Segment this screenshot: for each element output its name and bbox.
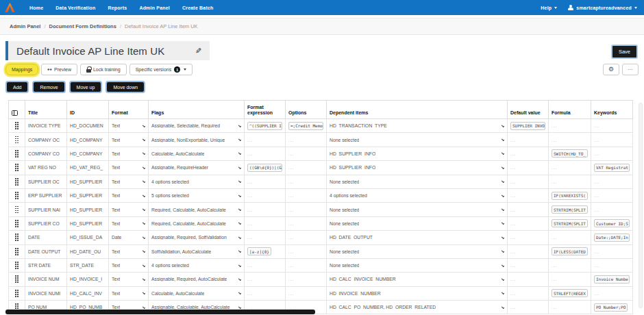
keywords-cell[interactable]: ... bbox=[591, 147, 633, 160]
formula-cell[interactable]: ... bbox=[549, 133, 591, 147]
keywords-cell[interactable]: ... bbox=[591, 203, 633, 216]
mappings-button[interactable]: Mappings bbox=[5, 64, 38, 75]
format-select[interactable]: Text bbox=[109, 286, 149, 300]
flags-select[interactable]: Assignable, Selectable, Required bbox=[149, 119, 245, 133]
brand-logo-icon[interactable] bbox=[5, 3, 15, 12]
format-expression-cell[interactable]: [a-z]{0} bbox=[245, 244, 286, 258]
default-value-cell[interactable]: ... bbox=[508, 258, 549, 272]
formula-cell[interactable]: IF(VAREXISTS( bbox=[549, 188, 591, 202]
vertical-scrollbar[interactable] bbox=[639, 103, 643, 308]
format-select[interactable]: Text bbox=[109, 119, 149, 133]
title-cell[interactable]: SUPPLIER CO bbox=[25, 216, 67, 230]
default-value-cell[interactable]: ... bbox=[508, 273, 549, 286]
help-menu[interactable]: Help bbox=[541, 5, 557, 10]
format-expression-cell[interactable]: ... bbox=[245, 203, 286, 216]
options-cell[interactable]: ... bbox=[286, 147, 327, 160]
default-value-cell[interactable]: ... bbox=[508, 188, 549, 202]
format-expression-cell[interactable]: ... bbox=[245, 258, 286, 272]
title-cell[interactable]: VAT REG NO bbox=[25, 161, 67, 175]
formula-cell[interactable]: ... bbox=[549, 273, 591, 286]
nav-item-home[interactable]: Home bbox=[23, 5, 49, 10]
formula-cell[interactable]: ... bbox=[549, 161, 591, 175]
formula-cell[interactable]: ... bbox=[549, 119, 591, 133]
format-expression-cell[interactable]: ^((SUPPLIER I bbox=[245, 119, 286, 133]
format-expression-cell[interactable]: ... bbox=[245, 273, 286, 286]
dependent-items-select[interactable]: None selected bbox=[327, 244, 508, 258]
drag-handle[interactable] bbox=[9, 119, 25, 133]
options-cell[interactable]: ... bbox=[286, 203, 327, 216]
flags-select[interactable]: Assignable, Required, AutoCalculate bbox=[149, 273, 245, 286]
drag-handle[interactable] bbox=[9, 147, 25, 160]
flags-select[interactable]: Calculable, AutoCalculate bbox=[149, 147, 245, 160]
nav-item-reports[interactable]: Reports bbox=[102, 5, 134, 10]
default-value-cell[interactable]: ... bbox=[508, 301, 549, 314]
remove-button[interactable]: Remove bbox=[32, 81, 65, 93]
options-cell[interactable]: ... bbox=[286, 258, 327, 272]
format-select[interactable]: Text bbox=[109, 147, 149, 160]
keywords-cell[interactable]: VAT Registrat bbox=[591, 161, 633, 175]
options-cell[interactable]: ... bbox=[286, 244, 327, 258]
default-value-cell[interactable]: ... bbox=[508, 286, 549, 300]
options-cell[interactable]: =;Credit Memo bbox=[286, 119, 327, 133]
breadcrumb-admin-panel[interactable]: Admin Panel bbox=[10, 23, 40, 29]
format-expression-cell[interactable]: ... bbox=[245, 286, 286, 300]
drag-handle[interactable] bbox=[9, 203, 25, 216]
specific-versions-button[interactable]: Specific versions1 bbox=[129, 64, 193, 75]
dependent-items-select[interactable]: None selected bbox=[327, 175, 508, 188]
format-select[interactable]: Text bbox=[109, 216, 149, 230]
default-value-cell[interactable]: ... bbox=[508, 147, 549, 160]
id-cell[interactable]: HD_VAT_REG_ bbox=[67, 161, 109, 175]
drag-handle[interactable] bbox=[9, 188, 25, 202]
title-cell[interactable]: DATE bbox=[25, 231, 67, 244]
dependent-items-select[interactable]: HD_CALC_PO_NUMBER, HD_ORDER_RELATED bbox=[327, 301, 508, 314]
id-cell[interactable]: HD_COMPANY bbox=[67, 147, 109, 160]
formula-cell[interactable]: STRLEFT(REGEX bbox=[549, 286, 591, 300]
formula-cell[interactable]: STRTRIM(SPLIT bbox=[549, 203, 591, 216]
flags-select[interactable]: Required, Calculable, AutoCalculate bbox=[149, 203, 245, 216]
default-value-cell[interactable]: SUPPLIER INVO bbox=[508, 119, 549, 133]
flags-select[interactable]: SoftValidation, AutoCalculate bbox=[149, 244, 245, 258]
keywords-cell[interactable]: PO Number;PO bbox=[591, 301, 633, 314]
flags-select[interactable]: 4 options selected bbox=[149, 258, 245, 272]
nav-item-data-verification[interactable]: Data Verification bbox=[49, 5, 101, 10]
id-cell[interactable]: HD_SUPPLIER bbox=[67, 175, 109, 188]
format-select[interactable]: Date bbox=[109, 231, 149, 244]
dependent-items-select[interactable]: HD_SUPPLIER_INFO bbox=[327, 147, 508, 160]
id-cell[interactable]: HD_CALC_INV bbox=[67, 286, 109, 300]
options-cell[interactable]: ... bbox=[286, 188, 327, 202]
breadcrumb-document-form-definitions[interactable]: Document Form Definitions bbox=[49, 23, 116, 29]
format-select[interactable]: Text bbox=[109, 188, 149, 202]
drag-handle[interactable] bbox=[9, 133, 25, 147]
dependent-items-select[interactable]: HD_DATE_OUTPUT bbox=[327, 231, 508, 244]
keywords-cell[interactable]: Customer ID;S bbox=[591, 216, 633, 230]
id-cell[interactable]: HD_DATE_OU bbox=[67, 244, 109, 258]
flags-select[interactable]: 4 options selected bbox=[149, 175, 245, 188]
formula-cell[interactable]: ... bbox=[549, 231, 591, 244]
lock-training-button[interactable]: Lock training bbox=[80, 64, 127, 75]
flags-select[interactable]: Assignable, NonExportable, Unique bbox=[149, 133, 245, 147]
dependent-items-select[interactable]: HD_TRANSACTION_TYPE bbox=[327, 119, 508, 133]
default-value-cell[interactable]: ... bbox=[508, 231, 549, 244]
id-cell[interactable]: HD_COMPANY bbox=[67, 133, 109, 147]
nav-item-create-batch[interactable]: Create Batch bbox=[176, 5, 220, 10]
default-value-cell[interactable]: ... bbox=[508, 216, 549, 230]
options-cell[interactable]: ... bbox=[286, 273, 327, 286]
title-cell[interactable]: STR DATE bbox=[25, 258, 67, 272]
options-cell[interactable]: ... bbox=[286, 133, 327, 147]
title-cell[interactable]: COMPANY CO bbox=[25, 147, 67, 160]
default-value-cell[interactable]: ... bbox=[508, 244, 549, 258]
flags-select[interactable]: 5 options selected bbox=[149, 188, 245, 202]
format-select[interactable]: Text bbox=[109, 203, 149, 216]
flags-select[interactable]: Assignable, RequireHeader bbox=[149, 161, 245, 175]
keywords-cell[interactable]: ... bbox=[591, 119, 633, 133]
user-menu[interactable]: smartcaptureadvanced bbox=[567, 5, 637, 11]
format-select[interactable]: Text bbox=[109, 273, 149, 286]
default-value-cell[interactable]: ... bbox=[508, 133, 549, 147]
horizontal-scrollbar-thumb[interactable] bbox=[5, 310, 315, 314]
keywords-cell[interactable]: Date:;DATE;In bbox=[591, 231, 633, 244]
formula-cell[interactable]: STRTRIM(SPLIT bbox=[549, 216, 591, 230]
more-options-button[interactable]: ... bbox=[622, 64, 639, 75]
options-cell[interactable]: ... bbox=[286, 286, 327, 300]
default-value-cell[interactable]: ... bbox=[508, 161, 549, 175]
dependent-items-select[interactable]: HD_SUPPLIER_INFO bbox=[327, 161, 508, 175]
